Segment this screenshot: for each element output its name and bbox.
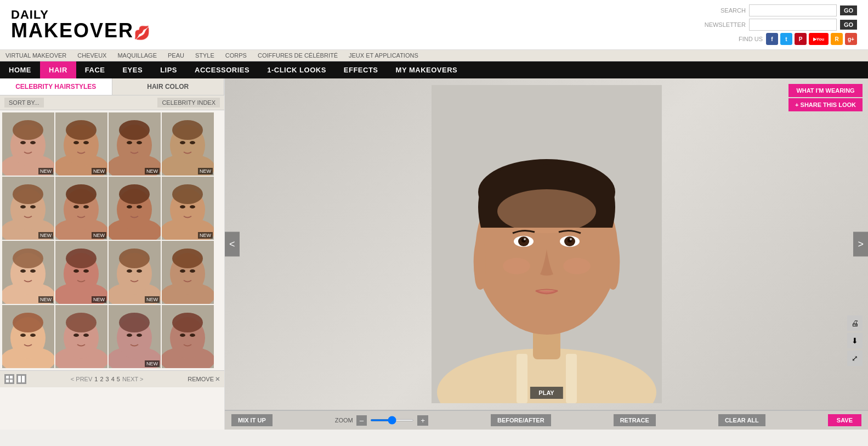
svg-point-3 (13, 120, 43, 140)
twitter-icon[interactable]: t (780, 33, 792, 45)
top-nav-peau[interactable]: PEAU (168, 52, 184, 59)
svg-point-95 (190, 334, 195, 337)
canvas-area: WHAT I'M WEARING + SHARE THIS LOOK < (225, 78, 868, 410)
svg-rect-99 (10, 380, 13, 382)
hairstyle-grid-item-15[interactable] (162, 305, 214, 368)
new-badge: NEW (145, 360, 160, 367)
remove-button[interactable]: REMOVE ✕ (188, 376, 220, 383)
page-3[interactable]: 3 (106, 376, 109, 382)
hairstyle-grid-item-12[interactable] (2, 305, 54, 368)
canvas-arrow-right[interactable]: > (853, 232, 868, 257)
google-plus-icon[interactable]: g+ (845, 33, 857, 45)
hairstyle-grid-item-6[interactable] (109, 177, 161, 240)
svg-point-70 (180, 269, 185, 273)
nav-eyes[interactable]: EYES (114, 61, 151, 78)
nav-1click[interactable]: 1-CLICK LOOKS (258, 61, 335, 78)
grid-view-buttons (4, 374, 26, 384)
zoom-slider[interactable] (370, 419, 414, 421)
mix-it-up-button[interactable]: MIX IT UP (231, 414, 273, 426)
hairstyle-grid-item-14[interactable]: NEW (109, 305, 161, 368)
print-icon[interactable]: 🖨 (847, 315, 863, 331)
nav-face[interactable]: FACE (76, 61, 114, 78)
page-2[interactable]: 2 (100, 376, 103, 382)
top-nav-corps[interactable]: CORPS (225, 52, 247, 59)
what-im-wearing-button[interactable]: WHAT I'M WEARING (788, 84, 863, 97)
hairstyle-grid-item-13[interactable] (55, 305, 107, 368)
top-nav-coiffures[interactable]: COIFFURES DE CÉLÉBRITÉ (258, 52, 338, 59)
nav-effects[interactable]: EFFECTS (335, 61, 387, 78)
hairstyle-grid-item-9[interactable]: NEW (55, 241, 107, 304)
top-nav-cheveux[interactable]: CHEVEUX (77, 52, 106, 59)
svg-point-17 (137, 141, 142, 144)
play-button[interactable]: PLAY (530, 387, 563, 399)
zoom-plus-button[interactable]: + (417, 415, 428, 426)
svg-point-59 (83, 269, 89, 273)
svg-point-119 (563, 258, 591, 274)
share-this-look-button[interactable]: + SHARE THIS LOOK (788, 98, 863, 111)
logo-makeover: MAKEOVER💋 (11, 21, 151, 41)
nav-accessories[interactable]: ACCESSORIES (186, 61, 258, 78)
new-badge: NEW (92, 232, 106, 239)
zoom-minus-button[interactable]: – (356, 415, 367, 426)
facebook-icon[interactable]: f (766, 33, 778, 45)
tab-hair-color[interactable]: HAIR COLOR (112, 78, 225, 95)
page-5[interactable]: 5 (117, 376, 120, 382)
save-button[interactable]: SAVE (828, 414, 861, 426)
sort-by-button[interactable]: SORT BY... (4, 98, 44, 108)
hairstyle-grid-item-1[interactable]: NEW (55, 112, 107, 176)
hairstyle-grid-item-0[interactable]: NEW (2, 112, 54, 176)
page-4[interactable]: 4 (111, 376, 115, 382)
hairstyle-grid: NEW NEW NEW NEW (0, 110, 224, 370)
left-panel: CELEBRITY HAIRSTYLES HAIR COLOR SORT BY.… (0, 78, 225, 430)
top-nav-style[interactable]: STYLE (195, 52, 214, 59)
prev-button[interactable]: < PREV (71, 376, 92, 382)
tab-celebrity-hairstyles[interactable]: CELEBRITY HAIRSTYLES (0, 78, 112, 95)
hairstyle-grid-item-3[interactable]: NEW (162, 112, 214, 176)
next-button[interactable]: NEXT > (122, 376, 144, 382)
top-nav-maquillage[interactable]: MAQUILLAGE (117, 52, 157, 59)
top-nav-jeux[interactable]: JEUX ET APPLICATIONS (349, 52, 418, 59)
hairstyle-grid-item-7[interactable]: NEW (162, 177, 214, 240)
nav-my-makeovers[interactable]: MY MAKEOVERS (387, 61, 467, 78)
hairstyle-grid-item-4[interactable]: NEW (2, 177, 54, 240)
expand-icon[interactable]: ⤢ (847, 351, 863, 366)
clear-all-button[interactable]: CLEAR ALL (718, 414, 765, 426)
new-badge: NEW (145, 296, 160, 303)
hairstyle-grid-item-11[interactable] (162, 241, 214, 304)
before-after-button[interactable]: BEFORE/AFTER (491, 414, 551, 426)
celebrity-index-button[interactable]: CELEBRITY INDEX (157, 98, 220, 108)
svg-point-88 (127, 334, 132, 337)
search-go-button[interactable]: GO (840, 5, 857, 15)
top-nav-virtual-makeover[interactable]: VIRTUAL MAKEOVER (5, 52, 66, 59)
svg-point-15 (119, 120, 150, 140)
nav-home[interactable]: HOME (0, 61, 40, 78)
site-logo[interactable]: DAILY MAKEOVER💋 (11, 9, 151, 41)
pinterest-icon[interactable]: P (795, 33, 807, 45)
newsletter-go-button[interactable]: GO (840, 20, 857, 30)
newsletter-input[interactable] (749, 19, 837, 31)
hairstyle-grid-item-5[interactable]: NEW (55, 177, 107, 240)
main-nav: HOME HAIR FACE EYES LIPS ACCESSORIES 1-C… (0, 61, 868, 78)
youtube-icon[interactable]: ▶You (809, 33, 829, 45)
svg-point-57 (66, 249, 97, 268)
hairstyle-grid-item-8[interactable]: NEW (2, 241, 54, 304)
svg-point-93 (172, 313, 203, 332)
zoom-label: ZOOM (335, 417, 353, 424)
svg-point-29 (30, 205, 36, 208)
svg-point-41 (137, 205, 142, 208)
search-input[interactable] (749, 4, 837, 16)
hairstyle-grid-item-10[interactable]: NEW (109, 241, 161, 304)
grid-view-large[interactable] (16, 374, 26, 384)
svg-point-45 (172, 184, 203, 204)
zoom-area: ZOOM – + (335, 415, 428, 426)
canvas-arrow-left[interactable]: < (225, 232, 240, 257)
hairstyle-grid-item-2[interactable]: NEW (109, 112, 161, 176)
nav-lips[interactable]: LIPS (151, 61, 186, 78)
svg-point-117 (570, 238, 572, 240)
grid-view-small[interactable] (4, 374, 14, 384)
download-icon[interactable]: ⬇ (847, 333, 863, 348)
page-1[interactable]: 1 (94, 376, 98, 382)
nav-hair[interactable]: HAIR (40, 61, 76, 78)
retrace-button[interactable]: RETRACE (614, 414, 656, 426)
rss-icon[interactable]: R (831, 33, 843, 45)
